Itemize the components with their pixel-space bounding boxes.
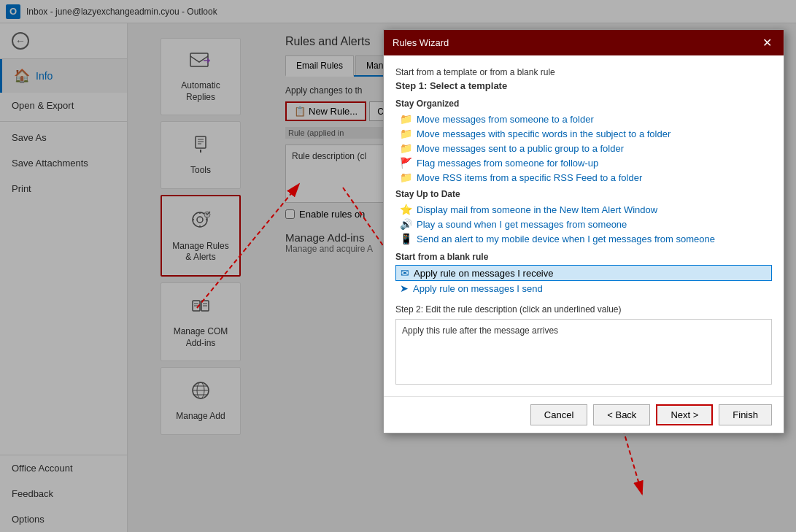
template-item-1-0[interactable]: ⭐ Display mail from someone in the New I…: [395, 202, 772, 217]
template-item-1-2[interactable]: 📱 Send an alert to my mobile device when…: [395, 231, 772, 246]
template-item-text-0-2: Move messages sent to a public group to …: [417, 143, 624, 154]
mobile-icon: 📱: [400, 233, 412, 244]
template-item-text-0-4: Move RSS items from a specific RSS Feed …: [417, 172, 642, 183]
stay-uptodate-title: Stay Up to Date: [395, 189, 772, 199]
template-item-0-4[interactable]: 📁 Move RSS items from a specific RSS Fee…: [395, 170, 772, 185]
wizard-footer: Cancel < Back Next > Finish: [384, 396, 784, 433]
wizard-body: Start from a template or from a blank ru…: [384, 55, 784, 396]
envelope-icon: ✉: [401, 267, 409, 279]
template-item-text-2-0: Apply rule on messages I receive: [414, 268, 553, 279]
stay-uptodate-section: Stay Up to Date ⭐ Display mail from some…: [395, 189, 772, 246]
template-item-text-0-0: Move messages from someone to a folder: [417, 114, 594, 125]
back-button[interactable]: < Back: [593, 404, 650, 425]
sound-icon: 🔊: [400, 218, 412, 230]
template-item-text-1-1: Play a sound when I get messages from so…: [417, 219, 627, 230]
template-item-text-1-2: Send an alert to my mobile device when I…: [417, 234, 715, 244]
template-item-text-0-3: Flag messages from someone for follow-up: [417, 158, 598, 169]
stay-organized-title: Stay Organized: [395, 99, 772, 109]
stay-organized-section: Stay Organized 📁 Move messages from some…: [395, 99, 772, 185]
folder-icon-1: 📁: [400, 128, 412, 139]
step2-label: Step 2: Edit the rule description (click…: [395, 304, 772, 315]
template-item-0-0[interactable]: 📁 Move messages from someone to a folder: [395, 112, 772, 126]
template-item-text-2-1: Apply rule on messages I send: [413, 283, 543, 294]
folder-icon-0: 📁: [400, 113, 412, 125]
wizard-step1-label: Step 1: Select a template: [395, 80, 772, 91]
rules-wizard-dialog: Rules Wizard ✕ Start from a template or …: [383, 29, 784, 433]
template-item-text-1-0: Display mail from someone in the New Ite…: [417, 204, 657, 215]
step2-box: Apply this rule after the message arrive…: [395, 319, 772, 385]
flag-icon: 🚩: [400, 157, 412, 169]
template-item-0-1[interactable]: 📁 Move messages with specific words in t…: [395, 126, 772, 141]
wizard-title-bar: Rules Wizard ✕: [384, 30, 784, 55]
rss-icon: 📁: [400, 171, 412, 183]
template-item-2-0[interactable]: ✉ Apply rule on messages I receive: [395, 265, 772, 281]
template-item-0-2[interactable]: 📁 Move messages sent to a public group t…: [395, 141, 772, 155]
send-icon: ➤: [400, 282, 409, 294]
star-icon: ⭐: [400, 204, 412, 215]
wizard-title: Rules Wizard: [393, 37, 449, 48]
finish-button[interactable]: Finish: [719, 404, 772, 425]
wizard-close-button[interactable]: ✕: [760, 36, 775, 50]
template-item-0-3[interactable]: 🚩 Flag messages from someone for follow-…: [395, 155, 772, 170]
next-button[interactable]: Next >: [656, 404, 713, 425]
blank-rule-section: Start from a blank rule ✉ Apply rule on …: [395, 252, 772, 296]
blank-rule-title: Start from a blank rule: [395, 252, 772, 262]
folder-icon-2: 📁: [400, 142, 412, 154]
template-item-2-1[interactable]: ➤ Apply rule on messages I send: [395, 281, 772, 296]
template-item-1-1[interactable]: 🔊 Play a sound when I get messages from …: [395, 217, 772, 231]
cancel-button[interactable]: Cancel: [530, 404, 587, 425]
wizard-subtitle: Start from a template or from a blank ru…: [395, 67, 772, 77]
template-item-text-0-1: Move messages with specific words in the…: [417, 128, 671, 139]
